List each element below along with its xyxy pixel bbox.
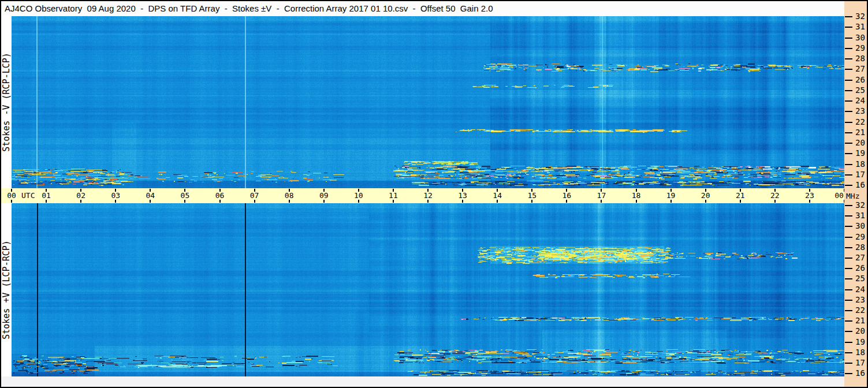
time-tick [462, 200, 463, 203]
y-axis-label-bottom-text: Stokes +V (LCP-RCP) [1, 240, 12, 339]
freq-tick-label: 17 [855, 359, 865, 367]
freq-tick-label: 20 [855, 327, 865, 335]
freq-tick [845, 174, 852, 176]
time-tick-label: 01 [42, 192, 51, 200]
freq-tick [845, 132, 852, 133]
time-tick-label: 03 [111, 192, 120, 200]
time-tick [289, 200, 290, 203]
time-tick [80, 200, 81, 203]
freq-tick-label: 30 [855, 33, 865, 42]
freq-tick-label: 27 [855, 253, 865, 262]
freq-tick-label: 28 [855, 54, 865, 63]
freq-tick-label: 26 [855, 264, 865, 273]
time-tick-label: 10 [354, 192, 363, 200]
time-unit-label: UTC [21, 192, 35, 200]
y-axis-label-top: Stokes -V (RCP-LCP) [1, 53, 12, 152]
frequency-axis-strip: MHz 323130292827262524232221201918171632… [844, 0, 868, 388]
freq-tick [845, 205, 852, 206]
freq-tick [845, 247, 852, 248]
time-tick [358, 200, 359, 203]
y-axis-label-bottom: Stokes +V (LCP-RCP) [1, 240, 12, 339]
freq-tick-label: 29 [855, 44, 865, 53]
freq-tick [845, 90, 852, 91]
freq-tick-label: 18 [855, 160, 865, 169]
freq-tick [845, 27, 852, 28]
time-tick [601, 200, 602, 203]
time-tick-label: 05 [181, 192, 190, 200]
time-tick [774, 200, 776, 203]
time-tick-label: 11 [389, 192, 398, 200]
y-axis-label-top-text: Stokes -V (RCP-LCP) [1, 53, 12, 152]
freq-tick [845, 278, 852, 279]
freq-tick-label: 23 [855, 107, 865, 115]
time-tick-label: 06 [215, 192, 225, 200]
time-tick [184, 200, 185, 203]
freq-tick [845, 226, 852, 227]
page-title: AJ4CO Observatory 09 Aug 2020 - DPS on T… [5, 3, 493, 13]
time-tick [566, 200, 567, 203]
time-tick-label: 15 [527, 192, 537, 200]
freq-tick [845, 143, 852, 144]
time-tick-label: 04 [146, 192, 155, 200]
freq-tick [845, 320, 852, 322]
time-tick-label: 12 [423, 192, 433, 200]
freq-tick-label: 16 [855, 181, 865, 189]
freq-tick-label: 31 [855, 211, 865, 220]
freq-tick [845, 373, 852, 374]
time-tick-label: 20 [701, 192, 710, 200]
freq-tick-label: 18 [855, 348, 865, 357]
freq-tick [845, 342, 852, 343]
time-tick-label: 16 [562, 192, 572, 200]
spectrogram-bottom-panel [12, 203, 844, 376]
time-tick-label: 00 [835, 192, 844, 200]
freq-tick-label: 19 [855, 338, 865, 346]
time-tick-label: 19 [666, 192, 676, 200]
freq-tick-label: 28 [855, 243, 865, 252]
time-tick-label: 18 [632, 192, 641, 200]
freq-tick [845, 164, 852, 165]
freq-tick-label: 21 [855, 316, 865, 325]
freq-tick-label: 19 [855, 149, 865, 158]
freq-tick-label: 31 [855, 23, 865, 31]
time-tick-label: 22 [770, 192, 780, 200]
freq-tick [845, 153, 852, 154]
time-tick [809, 200, 810, 203]
freq-tick [845, 331, 852, 332]
time-tick-label: 09 [319, 192, 329, 200]
frequency-unit-label: MHz [846, 192, 859, 200]
freq-tick-label: 30 [855, 222, 865, 230]
freq-tick [845, 237, 852, 238]
freq-tick [845, 69, 852, 70]
freq-tick-label: 20 [855, 139, 865, 147]
time-tick-label: 00 [7, 192, 16, 200]
freq-tick [845, 100, 852, 102]
freq-tick [845, 16, 852, 17]
freq-tick [845, 48, 852, 49]
time-tick-label: 23 [805, 192, 814, 200]
time-tick [46, 200, 47, 203]
time-tick [497, 200, 498, 203]
freq-tick [845, 38, 852, 39]
freq-tick-label: 22 [855, 118, 865, 126]
time-tick [11, 200, 12, 203]
time-tick-label: 14 [493, 192, 502, 200]
time-tick-label: 08 [285, 192, 294, 200]
time-tick [219, 200, 221, 203]
bottom-margin [0, 376, 844, 388]
freq-tick [845, 80, 852, 81]
freq-tick-label: 32 [855, 12, 865, 21]
freq-tick [845, 363, 852, 364]
freq-tick-label: 24 [855, 96, 865, 105]
freq-tick-label: 17 [855, 170, 865, 179]
freq-tick [845, 122, 852, 123]
title-bar: AJ4CO Observatory 09 Aug 2020 - DPS on T… [1, 1, 844, 16]
time-tick [636, 200, 637, 203]
freq-tick [845, 289, 852, 290]
time-tick-label: 02 [76, 192, 85, 200]
freq-tick [845, 300, 852, 301]
freq-tick-label: 26 [855, 76, 865, 84]
freq-tick-label: 16 [855, 369, 865, 378]
time-tick-label: 21 [736, 192, 745, 200]
time-tick-label: 07 [250, 192, 259, 200]
freq-tick [845, 58, 852, 59]
